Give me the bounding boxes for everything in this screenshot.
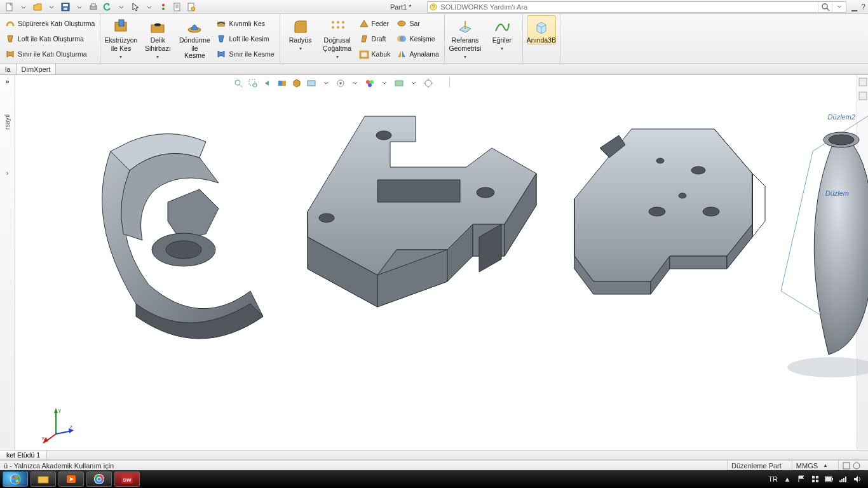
edit-appearance-dropdown[interactable]	[377, 77, 391, 90]
graphics-viewport[interactable]: Düzlem2 Düzlem y z x	[15, 75, 868, 450]
svg-rect-75	[12, 480, 15, 482]
reference-geometry-button[interactable]: ReferansGeometrisi▾	[449, 15, 482, 60]
expand-panel-button[interactable]: »	[5, 78, 9, 85]
plane-label-3[interactable]: Düzlem	[825, 189, 849, 197]
view-orientation-button[interactable]	[290, 77, 304, 90]
display-style-button[interactable]	[304, 77, 318, 90]
search-icon[interactable]	[818, 2, 832, 12]
options-button[interactable]	[170, 1, 184, 13]
task-pane-tab-2[interactable]	[858, 92, 867, 103]
start-button[interactable]	[3, 471, 28, 487]
tray-wifi-icon[interactable]	[839, 475, 848, 484]
feature-manager-collapsed[interactable]: » rsayıl ›	[0, 75, 15, 450]
svg-rect-91	[832, 478, 833, 480]
undo-button[interactable]	[100, 1, 114, 13]
select-dropdown[interactable]	[142, 1, 156, 13]
apply-scene-dropdown[interactable]	[407, 77, 421, 90]
svg-point-7	[162, 8, 165, 10]
display-style-dropdown[interactable]	[319, 77, 333, 90]
tray-battery-icon[interactable]	[825, 475, 834, 484]
taskbar-app-media[interactable]	[58, 471, 84, 487]
svg-rect-92	[825, 477, 831, 481]
zoom-area-button[interactable]	[246, 77, 260, 90]
save-button[interactable]	[58, 1, 72, 13]
quick-access-toolbar	[3, 1, 198, 13]
view-triad[interactable]: y z x	[37, 405, 75, 444]
extruded-cut-button[interactable]: Ekstrüzyonile Kes▾	[104, 15, 137, 60]
new-doc-dropdown[interactable]	[17, 1, 31, 13]
rebuild-button[interactable]	[156, 1, 170, 13]
instant3d-button[interactable]: Anında3B	[527, 15, 556, 44]
edit-appearance-button[interactable]	[363, 77, 377, 90]
minimize-button[interactable]: ▁	[851, 3, 857, 11]
settings-button[interactable]	[184, 1, 198, 13]
tab-dimxpert[interactable]: DimXpert	[17, 64, 57, 74]
previous-view-button[interactable]	[261, 77, 275, 90]
task-pane-tab-1[interactable]	[858, 78, 867, 89]
section-view-button[interactable]	[275, 77, 289, 90]
model-part-1[interactable]	[72, 107, 276, 363]
boundary-cut-button[interactable]: Sınır ile Kesme	[215, 46, 275, 62]
tray-language[interactable]: TR	[768, 475, 778, 483]
status-units[interactable]: MMGS▲	[792, 461, 832, 470]
help-button[interactable]: ?	[861, 3, 865, 11]
save-dropdown[interactable]	[72, 1, 86, 13]
svg-rect-46	[859, 78, 867, 86]
taskbar-app-explorer[interactable]	[31, 471, 56, 487]
draft-button[interactable]: Draft	[358, 31, 392, 46]
intersect-button[interactable]: Kesişme	[395, 31, 440, 46]
rib-button[interactable]: Feder	[358, 16, 392, 31]
revolved-cut-button[interactable]: Döndürmeile Kesme	[178, 15, 211, 60]
tray-flag-icon[interactable]	[797, 475, 806, 484]
undo-dropdown[interactable]	[114, 1, 128, 13]
linear-pattern-button[interactable]: DoğrusalÇoğaltma▾	[321, 15, 354, 60]
help-search-input[interactable]	[439, 3, 818, 11]
print-button[interactable]	[86, 1, 100, 13]
svg-rect-8	[174, 3, 180, 11]
new-doc-button[interactable]	[3, 1, 17, 13]
motion-study-tab-1[interactable]: ket Etüdü 1	[0, 451, 47, 459]
help-search[interactable]: ?	[427, 1, 846, 13]
tray-volume-icon[interactable]	[853, 475, 862, 484]
svg-point-56	[649, 207, 665, 216]
zoom-fit-button[interactable]	[231, 77, 245, 90]
curves-button[interactable]: Eğriler▾	[485, 15, 519, 52]
status-icons[interactable]	[838, 461, 864, 470]
loft-boss-icon	[5, 34, 15, 44]
view-settings-button[interactable]	[421, 77, 435, 90]
fillet-icon	[292, 18, 309, 36]
boundary-boss-button[interactable]: Sınır ile Katı Oluşturma	[4, 46, 96, 62]
swept-boss-button[interactable]: Süpürerek Katı Oluşturma	[4, 16, 96, 31]
model-part-3[interactable]	[555, 110, 765, 341]
open-doc-dropdown[interactable]	[44, 1, 58, 13]
apply-scene-button[interactable]	[392, 77, 406, 90]
fillet-button[interactable]: Radyüs▾	[284, 15, 317, 52]
shell-button[interactable]: Kabuk	[358, 46, 392, 62]
hide-show-dropdown[interactable]	[348, 77, 362, 90]
swept-cut-button[interactable]: Kıvrımlı Kes	[215, 16, 275, 31]
tray-show-hidden-icon[interactable]: ▲	[783, 475, 792, 484]
taskbar-app-solidworks[interactable]: SW	[114, 471, 140, 487]
mirror-button[interactable]: Aynalama	[395, 46, 440, 62]
taskbar-app-chrome[interactable]	[86, 471, 112, 487]
svg-text:z: z	[70, 424, 72, 430]
open-doc-button[interactable]	[31, 1, 44, 13]
tab-partial-1[interactable]: la	[0, 64, 17, 74]
svg-point-71	[853, 463, 860, 469]
status-edit-mode[interactable]: Düzenleme Part	[727, 461, 785, 470]
model-part-4[interactable]	[778, 113, 868, 383]
search-dropdown[interactable]	[832, 2, 846, 12]
loft-boss-button[interactable]: Loft ile Katı Oluşturma	[4, 31, 96, 46]
tray-nav-icon[interactable]	[811, 475, 820, 484]
loft-cut-button[interactable]: Loft ile Kesim	[215, 31, 275, 46]
model-part-2[interactable]	[282, 110, 549, 341]
select-button[interactable]	[128, 1, 142, 13]
hole-wizard-button[interactable]: DelikSihirbazı▾	[141, 15, 174, 60]
wrap-button[interactable]: Sar	[395, 16, 440, 31]
svg-line-33	[240, 85, 242, 87]
svg-point-6	[162, 4, 165, 6]
rib-icon	[359, 18, 369, 29]
hide-show-button[interactable]	[334, 77, 348, 90]
panel-arrow[interactable]: ›	[6, 169, 9, 177]
plane-label-2[interactable]: Düzlem2	[828, 113, 855, 121]
